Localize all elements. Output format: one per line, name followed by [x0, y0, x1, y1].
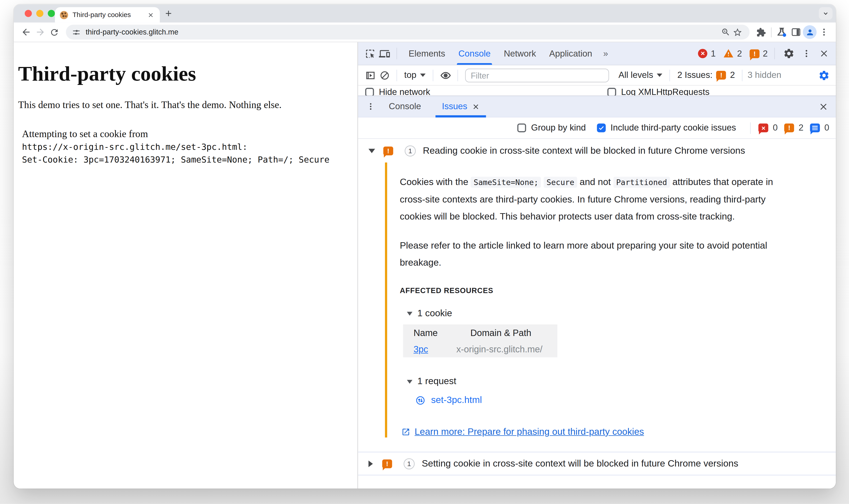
cookie-name-link[interactable]: 3pc — [413, 344, 428, 354]
attempt-label: Attempting to set a cookie from — [22, 128, 353, 141]
affected-request-row: set-3pc.html — [415, 395, 828, 406]
device-toolbar-icon[interactable] — [377, 46, 392, 60]
drawer-issues-close-icon[interactable] — [472, 103, 479, 110]
back-button[interactable] — [19, 25, 33, 39]
console-toolbar: top All levels 2 Issues: — [358, 66, 836, 86]
error-badge-icon[interactable] — [698, 49, 707, 58]
log-xhr-checkbox[interactable]: Log XMLHttpRequests — [607, 87, 710, 95]
include-third-party-label: Include third-party cookie issues — [611, 123, 736, 133]
issue-kind-icon — [382, 459, 392, 468]
screenshot-stage: Third-party cookies + — [0, 0, 849, 504]
console-settings-row: Hide network Log XMLHttpRequests — [358, 86, 836, 95]
collapse-caret-icon[interactable] — [368, 148, 375, 153]
console-toolbar-divider — [742, 70, 742, 81]
issue-details: Cookies with the SameSite=None; Secure a… — [358, 163, 836, 452]
context-selector[interactable]: top — [402, 70, 428, 80]
cookie-table-header: Name Domain & Path — [403, 324, 558, 341]
browser-menu-more-icon[interactable] — [816, 25, 831, 39]
browser-tab[interactable]: Third-party cookies — [55, 7, 160, 22]
drawer-more-icon[interactable] — [364, 100, 378, 114]
include-third-party-checkbox[interactable]: Include third-party cookie issues — [597, 123, 736, 133]
learn-more-row: Learn more: Prepare for phasing out thir… — [401, 427, 828, 437]
devtools-settings-gear-icon[interactable] — [781, 46, 796, 60]
hidden-messages-label[interactable]: 3 hidden — [747, 70, 781, 80]
request-file-link[interactable]: set-3pc.html — [431, 395, 482, 406]
log-level-value: All levels — [618, 70, 653, 80]
warning-triangle-icon[interactable] — [723, 48, 734, 59]
group-caret-icon — [407, 311, 412, 316]
learn-more-link[interactable]: Learn more: Prepare for phasing out thir… — [414, 427, 644, 437]
console-toolbar-divider — [670, 70, 670, 81]
warning-count: 2 — [737, 49, 742, 58]
web-page: Third-party cookies This demo tries to s… — [14, 42, 357, 489]
issues-counter-icon — [717, 71, 726, 80]
inspect-element-icon[interactable] — [363, 46, 377, 60]
tab-elements[interactable]: Elements — [402, 42, 452, 65]
browser-window: Third-party cookies + — [14, 4, 836, 489]
devtools-status-badges: 1 2 2 — [698, 48, 768, 59]
cookie-table-row: 3pc x-origin-src.glitch.me/ — [403, 341, 558, 357]
new-tab-button[interactable]: + — [165, 5, 172, 22]
console-toolbar-divider — [433, 70, 434, 81]
extensions-puzzle-icon[interactable] — [754, 25, 768, 39]
toolbar-divider — [771, 27, 772, 37]
console-filter-input[interactable] — [465, 68, 609, 82]
issue-kind-icon — [383, 146, 393, 155]
cookie-group-toggle[interactable]: 1 cookie — [407, 308, 828, 319]
address-bar[interactable]: third-party-cookies.glitch.me — [66, 25, 749, 39]
desc-text: and not — [577, 177, 614, 187]
issues-counter-label: 2 Issues: — [677, 70, 712, 80]
site-settings-tune-icon[interactable] — [72, 28, 81, 37]
issues-badge-icon[interactable] — [750, 49, 760, 58]
devtools-more-icon[interactable] — [799, 46, 813, 60]
drawer-tab-console[interactable]: Console — [381, 96, 429, 117]
group-by-kind-label: Group by kind — [531, 123, 586, 133]
page-errors-badge-icon — [759, 124, 768, 132]
issues-counter-count: 2 — [730, 70, 735, 80]
devtools-tab-bar: Elements Console Network Application » 1… — [358, 42, 836, 66]
expand-caret-icon[interactable] — [368, 460, 373, 467]
issues-counter[interactable]: 2 Issues: 2 — [675, 70, 737, 80]
minimize-window-button[interactable] — [36, 10, 43, 17]
drawer-tab-bar: Console Issues — [358, 95, 836, 118]
error-count: 1 — [711, 49, 716, 58]
more-tabs-icon[interactable]: » — [599, 49, 613, 58]
issue-title: Reading cookie in cross-site context wil… — [423, 145, 745, 156]
fullscreen-window-button[interactable] — [48, 10, 55, 17]
live-expression-eye-icon[interactable] — [438, 68, 453, 83]
log-xhr-label: Log XMLHttpRequests — [621, 87, 710, 95]
checkbox-icon — [607, 88, 616, 95]
tab-search-button[interactable] — [819, 7, 832, 20]
log-level-selector[interactable]: All levels — [616, 70, 665, 80]
breaking-changes-badge-icon — [784, 124, 794, 132]
tab-console[interactable]: Console — [452, 42, 497, 65]
network-request-icon — [415, 395, 426, 406]
drawer-tab-issues[interactable]: Issues — [434, 96, 487, 117]
console-toolbar-divider — [396, 70, 397, 81]
request-group-toggle[interactable]: 1 request — [407, 376, 828, 387]
cookie-domain-path: x-origin-src.glitch.me/ — [448, 344, 558, 354]
bookmark-star-icon[interactable] — [731, 26, 744, 38]
tab-close-icon[interactable] — [146, 11, 155, 19]
issue-row-expanded[interactable]: 1 Reading cookie in cross-site context w… — [358, 139, 836, 163]
side-panel-icon[interactable] — [789, 25, 803, 39]
dropdown-arrow-icon — [657, 74, 662, 77]
console-settings-gear-icon[interactable] — [816, 68, 831, 83]
tab-title: Third-party cookies — [72, 11, 146, 19]
close-window-button[interactable] — [25, 10, 32, 17]
forward-button[interactable] — [33, 25, 47, 39]
issue-row-collapsed[interactable]: 1 Setting cookie in cross-site context w… — [358, 452, 836, 475]
devtools-close-icon[interactable] — [816, 46, 831, 60]
reload-button[interactable] — [47, 25, 61, 39]
tab-application[interactable]: Application — [543, 42, 599, 65]
profile-avatar[interactable] — [803, 25, 816, 39]
hide-network-checkbox[interactable]: Hide network — [365, 87, 430, 95]
clear-console-icon[interactable] — [377, 68, 392, 83]
issue-count-badge: 1 — [404, 458, 414, 469]
console-sidebar-toggle-icon[interactable] — [363, 68, 377, 83]
drawer-close-icon[interactable] — [816, 100, 830, 114]
tab-network[interactable]: Network — [497, 42, 543, 65]
experiments-flask-icon[interactable] — [774, 25, 789, 39]
group-by-kind-checkbox[interactable]: Group by kind — [517, 123, 586, 133]
zoom-icon[interactable] — [719, 26, 731, 38]
